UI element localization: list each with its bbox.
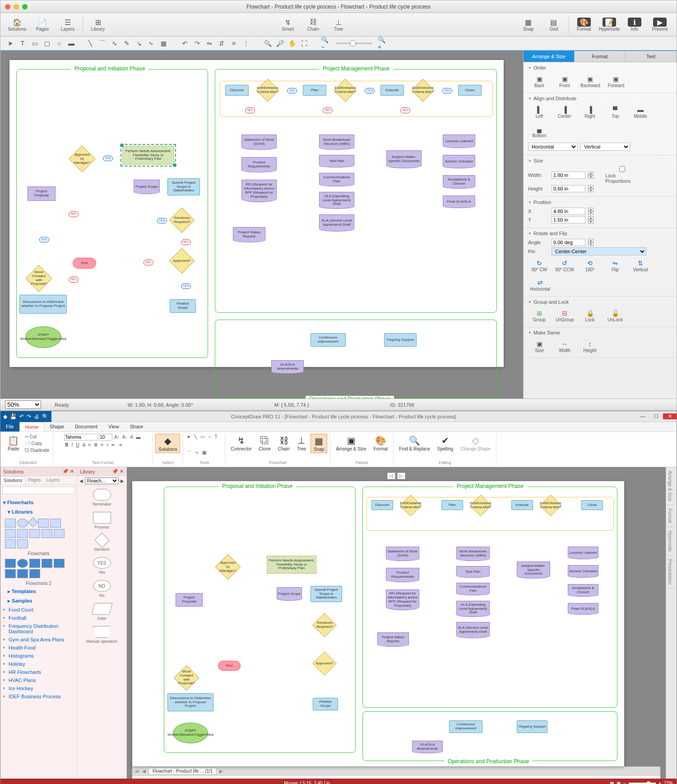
text-tab[interactable]: Text xyxy=(626,51,677,62)
group-section[interactable]: Group and Lock xyxy=(528,299,672,305)
lib-terminator[interactable]: Terminator xyxy=(77,486,126,509)
zoom-in-tool[interactable]: 🔍 xyxy=(262,38,273,49)
execute-shape[interactable]: Execute xyxy=(380,85,404,96)
share-tab[interactable]: Share xyxy=(125,422,148,431)
layers-button[interactable]: ☰Layers xyxy=(56,17,80,32)
font-size-select[interactable] xyxy=(99,434,112,441)
rotate-section[interactable]: Rotate and Flip xyxy=(528,231,672,236)
zoom-plus[interactable]: 🔍+ xyxy=(377,38,388,49)
angle-input[interactable] xyxy=(552,239,585,246)
table-tool[interactable]: ▦ xyxy=(158,38,169,49)
minimize-window-button[interactable] xyxy=(14,4,19,9)
lib-yes[interactable]: YESYes xyxy=(77,554,126,577)
view-mode-icon2[interactable]: ▣ xyxy=(617,781,621,784)
indent-right[interactable]: ⇥ xyxy=(117,442,123,448)
group-button[interactable]: ⊞Group xyxy=(528,307,551,324)
rotate-ccw-button[interactable]: ↺90° CCW xyxy=(553,257,576,274)
pointer-tool[interactable]: ➤ xyxy=(5,38,16,49)
indent-left[interactable]: ⇤ xyxy=(111,442,116,448)
pin-select[interactable]: Center-Center xyxy=(552,247,646,255)
project-scope-shape[interactable]: Project Scope xyxy=(134,180,160,194)
bring-forward-button[interactable]: ▣Forward xyxy=(605,73,627,90)
rotate-cw-button[interactable]: ↻90° CW xyxy=(528,257,551,274)
italic-button[interactable]: I xyxy=(71,442,74,448)
sample-item[interactable]: HR Flowcharts xyxy=(3,668,74,676)
align-right-button[interactable]: ▐Right xyxy=(579,104,601,121)
cont-improvement-shape[interactable]: Continuous Improvement xyxy=(311,333,346,347)
ongoing-support-shape[interactable]: Ongoing Support xyxy=(384,333,417,347)
discussions-shape[interactable]: Discussions to Determine whether to Prop… xyxy=(19,295,67,314)
save-icon[interactable]: 💾 xyxy=(9,413,18,420)
lock-proportions-checkbox[interactable] xyxy=(605,166,639,172)
solutions-mini-tab[interactable]: Solutions xyxy=(0,476,25,484)
change-shape-ribbon[interactable]: ◇Change Shape xyxy=(458,434,493,452)
strike-button[interactable]: S̶ xyxy=(82,442,86,448)
project-proposal-shape[interactable]: Project Proposal xyxy=(28,186,56,201)
rounded-rect-tool[interactable]: ▢ xyxy=(42,38,52,49)
file-tab[interactable]: File xyxy=(0,422,19,431)
flip-v-tool[interactable]: ⇵ xyxy=(216,38,227,49)
rect-tool[interactable]: ▭ xyxy=(29,38,40,49)
format-button[interactable]: 🎨Format xyxy=(572,17,596,32)
tab-prev[interactable]: ◀ xyxy=(142,769,146,774)
lib-manual[interactable]: Manual operation xyxy=(77,623,126,646)
find-ribbon[interactable]: 🔍Find & Replace xyxy=(396,434,432,452)
line-tool[interactable]: ╲ xyxy=(85,38,96,49)
align-middle-button[interactable]: ▬Middle xyxy=(629,104,652,121)
connector-tool[interactable]: ↘ xyxy=(134,38,144,49)
zoom-minus[interactable]: 🔍− xyxy=(320,38,331,49)
decrease-font[interactable]: A↓ xyxy=(121,434,129,440)
shape-tool[interactable]: ▬ xyxy=(66,38,77,49)
grid-button[interactable]: ▤Grid xyxy=(542,17,566,32)
ola-doc[interactable]: OLA (Operating Level Agreement) Draft xyxy=(319,192,354,209)
line[interactable]: ╲ xyxy=(193,434,198,440)
font-color[interactable]: A xyxy=(130,434,134,440)
view-tab[interactable]: View xyxy=(103,422,125,431)
height-input[interactable] xyxy=(552,185,585,192)
align-center[interactable]: ≣ xyxy=(93,442,98,448)
arrange-ribbon[interactable]: ▣Arrange & Size xyxy=(333,434,369,452)
tree-ribbon[interactable]: ⊥Tree xyxy=(294,434,309,452)
duplicate-button[interactable]: ⿻ Duplicate xyxy=(24,447,51,453)
lib-close-icon[interactable]: 📌 ✕ xyxy=(112,469,124,474)
arc[interactable]: ⌒ xyxy=(186,450,192,457)
zoom-in-status[interactable]: + xyxy=(658,781,661,784)
rect[interactable]: ▭ xyxy=(199,434,205,440)
zoom-slider[interactable] xyxy=(336,42,372,44)
copy-button[interactable]: 📄 Copy xyxy=(24,441,51,446)
finalize-scope-shape[interactable]: Finalize Scope xyxy=(170,299,196,313)
canvas-area[interactable]: Proposal and Initiation Phase Project Ma… xyxy=(0,51,523,399)
testplan-doc[interactable]: Test Plan xyxy=(319,155,354,167)
sample-item[interactable]: Health Food xyxy=(3,644,74,652)
lib-next[interactable]: ▶ xyxy=(120,478,125,484)
arrange-tab[interactable]: Arrange & Size xyxy=(524,51,575,62)
text-tool[interactable]: T xyxy=(17,38,28,49)
archive-doc[interactable]: Archive Checklist xyxy=(443,155,475,168)
minimize-button[interactable]: — xyxy=(636,413,649,419)
pages-button[interactable]: 📄Pages xyxy=(30,17,55,32)
y-input[interactable] xyxy=(552,216,585,223)
sample-item[interactable]: IDEF Business Process xyxy=(3,692,74,700)
view-mode-icon[interactable]: ▦ xyxy=(610,781,614,784)
lock-button[interactable]: 🔒Lock xyxy=(579,307,601,324)
chain-ribbon[interactable]: ⛓Chain xyxy=(275,434,292,452)
right-tab-format[interactable]: Format xyxy=(666,505,674,527)
sow-doc[interactable]: Statement of Work (SOW) xyxy=(241,135,277,150)
maximize-button[interactable]: ☐ xyxy=(649,413,663,419)
flowcharts-head[interactable]: ▾ Flowcharts xyxy=(3,498,74,507)
tree-button[interactable]: ⊥Tree xyxy=(326,17,351,32)
sme-doc[interactable]: Subject-Matter-Specific Documents xyxy=(386,150,422,168)
bold-button[interactable]: B xyxy=(64,442,69,448)
lessons-doc[interactable]: Lessons Learned xyxy=(443,135,475,148)
lib-select[interactable]: Flowch... xyxy=(85,478,119,484)
align-center-button[interactable]: ▐Center xyxy=(553,104,576,121)
hand-tool[interactable]: ✋ xyxy=(287,38,297,49)
close-window-button[interactable] xyxy=(5,4,10,9)
flip-v-button[interactable]: ⇅Vertical xyxy=(629,257,652,274)
nav-next[interactable]: ▷ xyxy=(397,473,405,479)
undo-icon[interactable]: ↶ xyxy=(19,413,25,420)
zoom-window-button[interactable] xyxy=(22,4,28,9)
align-left-button[interactable]: ▌Left xyxy=(528,104,551,121)
psr-doc[interactable]: Project Status Reports xyxy=(233,227,265,242)
end-terminator[interactable]: End xyxy=(73,258,96,269)
